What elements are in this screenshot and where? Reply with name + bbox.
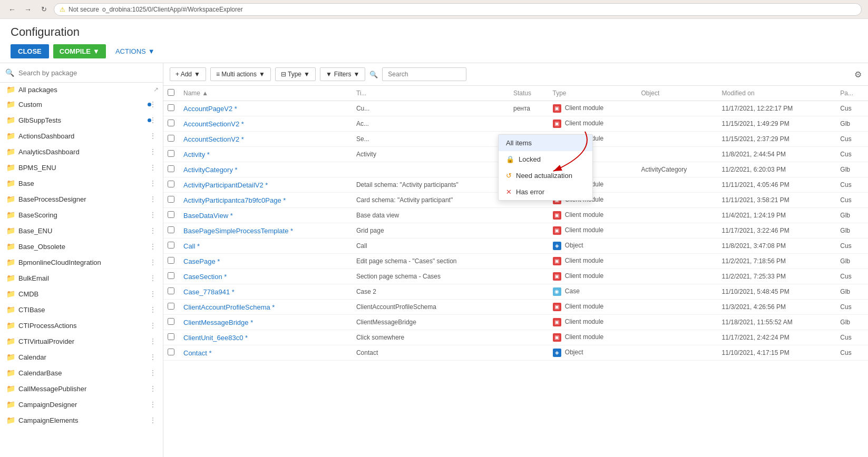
context-menu-icon[interactable]: ⋮ bbox=[147, 383, 159, 394]
row-checkbox-cell[interactable] bbox=[163, 269, 179, 284]
row-checkbox[interactable] bbox=[168, 211, 174, 218]
row-checkbox-cell[interactable] bbox=[163, 101, 179, 116]
reload-button[interactable]: ↻ bbox=[38, 4, 50, 15]
sidebar-item-base-enu[interactable]: 📁 Base_ENU ⋮ bbox=[0, 223, 163, 239]
sidebar-item-basescoring[interactable]: 📁 BaseScoring ⋮ bbox=[0, 207, 163, 223]
sidebar-item-custom[interactable]: 📁 Custom ⋮ bbox=[0, 96, 163, 112]
row-checkbox-cell[interactable] bbox=[163, 239, 179, 254]
multiactions-button[interactable]: ≡ Multi actions ▼ bbox=[210, 67, 271, 81]
row-name-link[interactable]: AccountSectionV2 * bbox=[183, 120, 244, 128]
row-name-link[interactable]: ClientMessageBridge * bbox=[183, 319, 253, 326]
row-name-link[interactable]: CasePage * bbox=[183, 257, 220, 265]
row-checkbox[interactable] bbox=[168, 181, 174, 187]
row-name-link[interactable]: Activity * bbox=[183, 151, 210, 158]
row-name[interactable]: ActivityParticipantca7b9fc0Page * bbox=[179, 193, 352, 208]
context-menu-icon[interactable]: ⋮ bbox=[147, 241, 159, 252]
row-name[interactable]: Activity * bbox=[179, 147, 352, 162]
sidebar-item-callmessagepublisher[interactable]: 📁 CallMessagePublisher ⋮ bbox=[0, 381, 163, 396]
row-name[interactable]: BasePageSimpleProcessTemplate * bbox=[179, 223, 352, 239]
row-name-link[interactable]: AccountPageV2 * bbox=[183, 105, 237, 113]
row-name[interactable]: Case_778a941 * bbox=[179, 284, 352, 300]
sidebar-item-actionsdashboard[interactable]: 📁 ActionsDashboard ⋮ bbox=[0, 128, 163, 144]
row-checkbox-cell[interactable] bbox=[163, 284, 179, 300]
row-name[interactable]: AccountSectionV2 * bbox=[179, 116, 352, 132]
sidebar-item-base-obsolete[interactable]: 📁 Base_Obsolete ⋮ bbox=[0, 239, 163, 254]
filter-locked[interactable]: 🔒 Locked bbox=[499, 151, 592, 167]
row-checkbox[interactable] bbox=[168, 303, 174, 310]
row-name[interactable]: Contact * bbox=[179, 345, 352, 361]
row-checkbox[interactable] bbox=[168, 150, 174, 157]
row-checkbox[interactable] bbox=[168, 349, 174, 355]
row-checkbox[interactable] bbox=[168, 287, 174, 294]
filter-need-actualization[interactable]: ↺ Need actualization bbox=[499, 167, 592, 184]
sidebar-item-glbsupptests[interactable]: 📁 GlbSuppTests ⋮ bbox=[0, 112, 163, 128]
context-menu-icon[interactable]: ⋮ bbox=[147, 225, 159, 236]
context-menu-icon[interactable]: ⋮ bbox=[147, 352, 159, 362]
row-name-link[interactable]: ClientUnit_6ee83c0 * bbox=[183, 334, 248, 342]
sidebar-item-baseprocessdesigner[interactable]: 📁 BaseProcessDesigner ⋮ bbox=[0, 191, 163, 207]
row-name-link[interactable]: AccountSectionV2 * bbox=[183, 135, 244, 143]
row-checkbox[interactable] bbox=[168, 333, 174, 340]
row-checkbox[interactable] bbox=[168, 257, 174, 264]
context-menu-icon[interactable]: ⋮ bbox=[147, 194, 159, 204]
row-name-link[interactable]: ClientAccountProfileSchema * bbox=[183, 303, 275, 311]
row-name[interactable]: CaseSection * bbox=[179, 269, 352, 284]
row-name-link[interactable]: ActivityCategory * bbox=[183, 166, 238, 174]
row-checkbox[interactable] bbox=[168, 165, 174, 172]
row-name-link[interactable]: Contact * bbox=[183, 349, 211, 357]
context-menu-icon[interactable]: ⋮ bbox=[147, 257, 159, 267]
row-checkbox[interactable] bbox=[168, 318, 174, 325]
context-menu-icon[interactable]: ⋮ bbox=[147, 146, 159, 157]
sidebar-item-all-packages[interactable]: 📁 All packages ↗ bbox=[0, 83, 163, 96]
back-button[interactable]: ← bbox=[6, 4, 18, 15]
row-name[interactable]: AccountPageV2 * bbox=[179, 101, 352, 116]
row-checkbox[interactable] bbox=[168, 272, 174, 279]
add-button[interactable]: + Add ▼ bbox=[170, 67, 206, 81]
compile-button[interactable]: COMPILE ▼ bbox=[53, 44, 106, 58]
context-menu-icon[interactable]: ⋮ bbox=[147, 399, 159, 410]
select-all-header[interactable] bbox=[163, 86, 179, 101]
sidebar-item-bpms-enu[interactable]: 📁 BPMS_ENU ⋮ bbox=[0, 160, 163, 175]
row-checkbox-cell[interactable] bbox=[163, 345, 179, 361]
row-name[interactable]: ClientMessageBridge * bbox=[179, 315, 352, 330]
row-name[interactable]: ClientUnit_6ee83c0 * bbox=[179, 330, 352, 345]
row-name[interactable]: ClientAccountProfileSchema * bbox=[179, 300, 352, 315]
row-checkbox-cell[interactable] bbox=[163, 116, 179, 132]
row-name-link[interactable]: BasePageSimpleProcessTemplate * bbox=[183, 227, 293, 235]
row-checkbox-cell[interactable] bbox=[163, 162, 179, 177]
sidebar-item-ctibase[interactable]: 📁 CTIBase ⋮ bbox=[0, 302, 163, 317]
row-name-link[interactable]: Case_778a941 * bbox=[183, 288, 235, 296]
row-name[interactable]: CasePage * bbox=[179, 254, 352, 269]
sidebar-item-ctiprocessactions[interactable]: 📁 CTIProcessActions ⋮ bbox=[0, 317, 163, 333]
sidebar-item-analyticsdashboard[interactable]: 📁 AnalyticsDashboard ⋮ bbox=[0, 144, 163, 160]
search-input[interactable] bbox=[382, 67, 466, 81]
row-name-link[interactable]: ActivityParticipantDetailV2 * bbox=[183, 181, 268, 189]
filters-button[interactable]: ▼ Filters ▼ bbox=[320, 67, 365, 81]
row-checkbox-cell[interactable] bbox=[163, 208, 179, 223]
close-button[interactable]: CLOSE bbox=[11, 44, 49, 58]
context-menu-icon[interactable]: ⋮ bbox=[147, 273, 159, 283]
sidebar-item-base[interactable]: 📁 Base ⋮ bbox=[0, 175, 163, 191]
filter-has-error[interactable]: ✕ Has error bbox=[499, 184, 592, 200]
sidebar-item-ctivirtualprovider[interactable]: 📁 CTIVirtualProvider ⋮ bbox=[0, 333, 163, 349]
row-checkbox[interactable] bbox=[168, 120, 174, 126]
context-menu-icon[interactable]: ⋮ bbox=[147, 289, 159, 299]
row-name-link[interactable]: ActivityParticipantca7b9fc0Page * bbox=[183, 196, 286, 204]
row-name[interactable]: BaseDataView * bbox=[179, 208, 352, 223]
context-menu-icon[interactable]: ⋮ bbox=[147, 367, 159, 378]
row-name[interactable]: AccountSectionV2 * bbox=[179, 132, 352, 147]
row-checkbox-cell[interactable] bbox=[163, 177, 179, 193]
sidebar-item-campaignelements[interactable]: 📁 CampaignElements ⋮ bbox=[0, 412, 163, 428]
filter-all-items[interactable]: All items bbox=[499, 135, 592, 151]
row-checkbox-cell[interactable] bbox=[163, 147, 179, 162]
row-checkbox-cell[interactable] bbox=[163, 330, 179, 345]
row-name-link[interactable]: CaseSection * bbox=[183, 273, 227, 281]
context-menu-icon[interactable]: ⋮ bbox=[147, 320, 159, 331]
row-name[interactable]: ActivityParticipantDetailV2 * bbox=[179, 177, 352, 193]
row-checkbox[interactable] bbox=[168, 196, 174, 203]
context-menu-icon[interactable]: ⋮ bbox=[147, 415, 159, 425]
row-checkbox[interactable] bbox=[168, 135, 174, 142]
actions-button[interactable]: ACTIONS ▼ bbox=[110, 44, 160, 58]
row-checkbox[interactable] bbox=[168, 242, 174, 249]
select-all-checkbox[interactable] bbox=[168, 89, 174, 96]
